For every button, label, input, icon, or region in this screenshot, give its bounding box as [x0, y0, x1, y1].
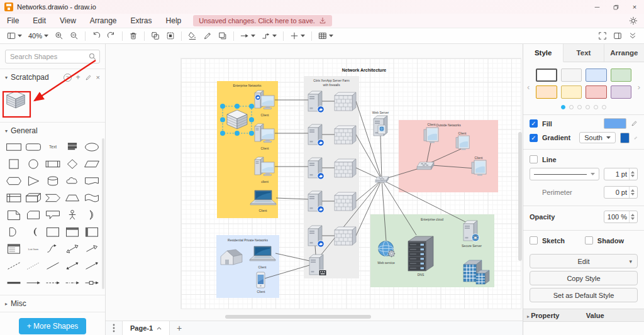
- view-panels-button[interactable]: [4, 30, 25, 42]
- shape-dash-dot-arrow-edge[interactable]: [62, 277, 82, 288]
- paste-style-button[interactable]: [163, 30, 178, 42]
- set-default-style-button[interactable]: Set as Default Style: [530, 288, 638, 302]
- shape-directional-connector[interactable]: [82, 260, 101, 272]
- zoom-in-button[interactable]: [52, 30, 67, 42]
- fill-checkbox[interactable]: ✓: [530, 119, 538, 128]
- node-citrix-server-3[interactable]: [308, 158, 324, 179]
- copy-style-button[interactable]: Copy Style: [530, 271, 638, 285]
- shape-dashed-arrow-edge[interactable]: [43, 277, 62, 288]
- redo-button[interactable]: [104, 30, 119, 42]
- canvas-horizontal-scrollbar[interactable]: [225, 315, 371, 319]
- insert-button[interactable]: [287, 30, 308, 42]
- shape-ellipse[interactable]: [82, 141, 101, 153]
- shape-callout[interactable]: [43, 209, 62, 221]
- table-button[interactable]: [315, 30, 336, 42]
- shape-and[interactable]: [4, 226, 23, 238]
- scratchpad-edit-icon[interactable]: [85, 74, 92, 81]
- shape-bidirectional-arrow[interactable]: [62, 243, 82, 255]
- diagram-title[interactable]: Network Architecture: [342, 68, 387, 72]
- node-citrix-server-4[interactable]: [308, 191, 324, 212]
- node-central-switch[interactable]: [375, 177, 389, 182]
- waypoint-style-button[interactable]: [258, 30, 280, 42]
- shape-or[interactable]: [82, 209, 101, 221]
- shape-vertical-container[interactable]: [82, 226, 101, 238]
- close-button[interactable]: ×: [625, 0, 644, 14]
- shape-dotted-line[interactable]: [23, 260, 43, 272]
- shape-parallelogram[interactable]: [82, 158, 101, 170]
- stepper-down-icon[interactable]: [631, 175, 635, 177]
- line-checkbox[interactable]: [530, 155, 538, 163]
- node-residential-phone[interactable]: Client: [257, 272, 265, 294]
- scratchpad-section-header[interactable]: ▾ Scratchpad ? + ×: [0, 69, 105, 85]
- fill-color-button[interactable]: [185, 30, 200, 42]
- shape-document[interactable]: [82, 175, 101, 187]
- stepper-up-icon[interactable]: [631, 189, 635, 192]
- edit-style-dropdown-button[interactable]: Edit ▾: [530, 254, 638, 268]
- style-swatch-yellow[interactable]: [561, 85, 582, 99]
- shape-internal-storage[interactable]: [4, 192, 23, 204]
- style-swatch-orange[interactable]: [536, 85, 557, 99]
- shape-triangle[interactable]: [23, 175, 43, 187]
- perimeter-input[interactable]: 0 pt: [604, 186, 638, 199]
- fill-color-swatch[interactable]: [604, 118, 626, 129]
- theme-toggle-icon[interactable]: [629, 16, 638, 25]
- menu-file[interactable]: File: [0, 16, 26, 25]
- tab-arrange[interactable]: Arrange: [604, 44, 644, 62]
- shape-trapezoid[interactable]: [62, 192, 82, 204]
- line-width-input[interactable]: 1 pt: [604, 168, 638, 180]
- page-dot-4[interactable]: [586, 105, 590, 109]
- shape-link[interactable]: [4, 277, 23, 288]
- maximize-button[interactable]: [606, 0, 625, 14]
- shape-bidirectional-connector[interactable]: [62, 260, 82, 272]
- gradient-direction-select[interactable]: South: [579, 132, 616, 143]
- shadow-button[interactable]: [215, 30, 230, 42]
- style-swatch-purple[interactable]: [611, 85, 632, 99]
- menu-help[interactable]: Help: [159, 16, 189, 25]
- zoom-select[interactable]: 40%: [25, 30, 52, 41]
- style-swatch-green[interactable]: [611, 69, 632, 82]
- scratchpad-help-icon[interactable]: ?: [64, 74, 72, 82]
- delete-button[interactable]: [126, 30, 141, 42]
- gradient-color-swatch[interactable]: [620, 133, 630, 143]
- unsaved-changes-badge[interactable]: Unsaved changes. Click here to save.: [193, 15, 332, 26]
- zoom-out-button[interactable]: [67, 30, 82, 42]
- more-shapes-button[interactable]: + More Shapes: [19, 318, 87, 334]
- shape-actor[interactable]: [62, 209, 82, 221]
- minimize-button[interactable]: [587, 0, 606, 14]
- property-table-header[interactable]: ▸ Property Value: [523, 309, 644, 322]
- shape-note[interactable]: [4, 209, 23, 221]
- presets-next-icon[interactable]: ›: [638, 82, 640, 92]
- node-citrix-server-1[interactable]: [308, 91, 324, 113]
- shape-curve[interactable]: [43, 243, 62, 255]
- sidebar-scrollbar[interactable]: [102, 138, 104, 289]
- scratchpad-close-icon[interactable]: ×: [96, 74, 100, 81]
- shape-container[interactable]: [43, 226, 62, 238]
- shape-titled-container[interactable]: [62, 226, 82, 238]
- region-outside-networks[interactable]: Outside Networks: [399, 120, 498, 192]
- shape-dashed-line[interactable]: [4, 260, 23, 272]
- search-shapes-input[interactable]: [5, 50, 100, 63]
- fill-color-edit-icon[interactable]: [631, 120, 638, 127]
- tab-text[interactable]: Text: [564, 44, 604, 62]
- node-citrix-server-5[interactable]: [308, 226, 324, 247]
- shape-cloud[interactable]: [62, 175, 82, 187]
- page-dot-5[interactable]: [594, 105, 598, 109]
- shape-cube[interactable]: [23, 192, 43, 204]
- menu-edit[interactable]: Edit: [26, 16, 53, 25]
- page-tab[interactable]: Page-1: [122, 321, 170, 335]
- shape-process[interactable]: [43, 158, 62, 170]
- page-dot-3[interactable]: [577, 105, 582, 109]
- stepper-down-icon[interactable]: [631, 217, 635, 220]
- style-swatch-red[interactable]: [586, 85, 607, 99]
- fullscreen-button[interactable]: [595, 30, 610, 42]
- node-citrix-server-2[interactable]: [308, 124, 324, 146]
- shape-circle[interactable]: [23, 158, 43, 170]
- shape-text[interactable]: Text: [43, 141, 62, 153]
- shape-tape[interactable]: [82, 192, 101, 204]
- sketch-checkbox[interactable]: [530, 236, 538, 244]
- format-panel-toggle-button[interactable]: [610, 30, 625, 42]
- style-swatch-white[interactable]: [536, 69, 557, 82]
- shape-arrow-edge[interactable]: [23, 277, 43, 288]
- shape-list-item[interactable]: List Item: [23, 243, 43, 255]
- shape-diamond[interactable]: [62, 158, 82, 170]
